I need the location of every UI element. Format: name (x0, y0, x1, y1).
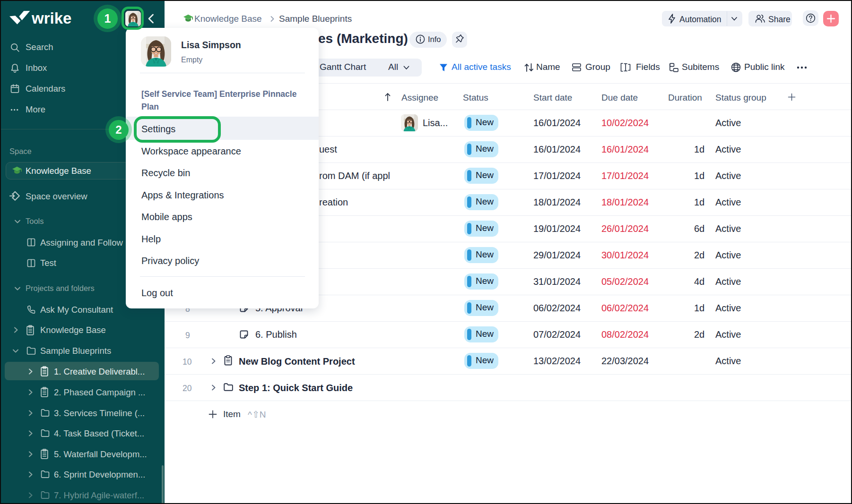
svg-text:wrike: wrike (31, 10, 71, 26)
